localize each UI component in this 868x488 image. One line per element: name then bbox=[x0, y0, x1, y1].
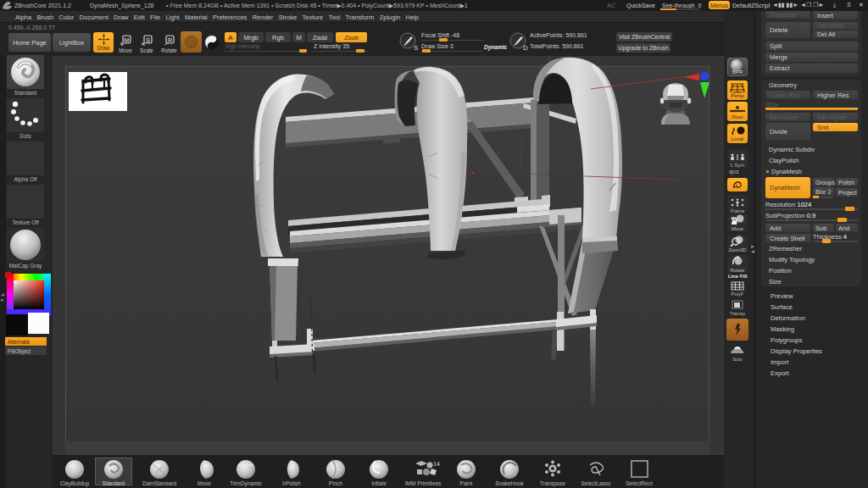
svg-text:D: D bbox=[523, 44, 528, 52]
svg-text:M: M bbox=[124, 37, 129, 43]
svg-text:R: R bbox=[168, 37, 172, 43]
svg-text:S: S bbox=[414, 44, 418, 52]
svg-text:BPR: BPR bbox=[732, 69, 743, 75]
svg-text:S: S bbox=[146, 37, 150, 43]
